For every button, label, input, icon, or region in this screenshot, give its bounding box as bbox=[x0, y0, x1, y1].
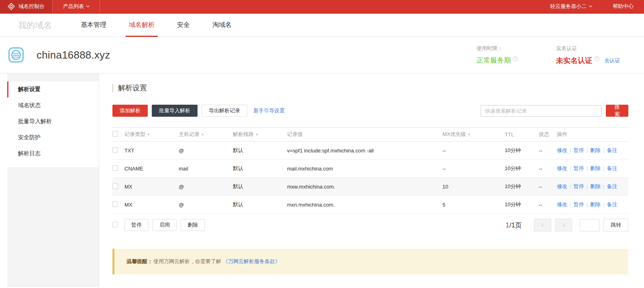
console-brand[interactable]: 域名控制台 bbox=[0, 0, 52, 13]
user-account-menu[interactable]: 轻云服务器小二 bbox=[540, 0, 602, 13]
tab-security[interactable]: 安全 bbox=[177, 14, 190, 37]
search-button[interactable]: 搜索 bbox=[606, 105, 628, 117]
column-header-mx-priority[interactable]: MX优先级▲ bbox=[442, 131, 505, 138]
modify-link[interactable]: 修改 bbox=[557, 201, 567, 207]
chevron-right-icon bbox=[561, 223, 565, 227]
delete-link[interactable]: 删除 bbox=[590, 183, 601, 189]
table-row: MX @ 默认 mxw.mxhichina.com. 10 10分钟 -- 修改… bbox=[112, 178, 628, 196]
row-checkbox[interactable] bbox=[112, 147, 118, 153]
sidebar-item-batch-import[interactable]: 批量导入解析 bbox=[7, 114, 99, 130]
prev-page-button[interactable] bbox=[534, 219, 551, 231]
cell-record-type: MX bbox=[124, 184, 179, 190]
bulk-delete-button[interactable]: 删除 bbox=[181, 219, 205, 231]
export-records-button[interactable]: 导出解析记录 bbox=[202, 105, 247, 117]
help-center-label: 帮助中心 bbox=[613, 3, 634, 10]
remark-link[interactable]: 备注 bbox=[607, 147, 617, 153]
add-record-button[interactable]: 添加解析 bbox=[112, 105, 148, 117]
column-header-actions: 操作 bbox=[557, 131, 628, 138]
usage-period-block: 使用时限： 正常服务期 ? bbox=[477, 45, 518, 65]
action-separator: | bbox=[567, 165, 573, 171]
cell-record-type: CNAME bbox=[124, 166, 179, 172]
toolbar: 添加解析 批量导入解析 导出解析记录 新手引导设置 搜索 bbox=[112, 105, 628, 117]
delete-link[interactable]: 删除 bbox=[590, 147, 601, 153]
cell-ttl: 10分钟 bbox=[505, 201, 539, 208]
cell-status: -- bbox=[539, 184, 557, 190]
sidebar-item-dns-settings[interactable]: 解析设置 bbox=[7, 81, 99, 97]
user-account-label: 轻云服务器小二 bbox=[550, 3, 587, 10]
tab-dns-resolution[interactable]: 域名解析 bbox=[129, 14, 155, 37]
action-separator: | bbox=[584, 201, 590, 207]
main-panel: 解析设置 添加解析 批量导入解析 导出解析记录 新手引导设置 搜索 记录类型▲ … bbox=[99, 73, 644, 287]
nav-tabs-bar: 我的域名 基本管理 域名解析 安全 淘域名 bbox=[0, 14, 644, 37]
cell-host: mail bbox=[179, 166, 233, 172]
action-separator: | bbox=[601, 165, 607, 171]
next-page-button[interactable] bbox=[555, 219, 572, 231]
search-input[interactable] bbox=[481, 105, 602, 117]
page-title: 解析设置 bbox=[112, 84, 628, 92]
row-checkbox[interactable] bbox=[112, 183, 118, 189]
modify-link[interactable]: 修改 bbox=[557, 165, 567, 171]
cell-status: -- bbox=[539, 148, 557, 154]
action-separator: | bbox=[601, 147, 607, 153]
pause-link[interactable]: 暂停 bbox=[573, 147, 584, 153]
row-checkbox[interactable] bbox=[112, 201, 118, 207]
remark-link[interactable]: 备注 bbox=[607, 165, 617, 171]
chevron-left-icon bbox=[541, 223, 545, 227]
usage-help-icon[interactable]: ? bbox=[513, 56, 518, 61]
product-list-menu[interactable]: 产品列表 bbox=[53, 0, 100, 13]
table-header-row: 记录类型▲ 主机记录▲ 解析线路▲ 记录值 MX优先级▲ TTL 状态 操作 bbox=[112, 127, 628, 142]
page-jump-button[interactable]: 跳转 bbox=[603, 219, 628, 231]
remark-link[interactable]: 备注 bbox=[607, 201, 617, 207]
cell-mx-priority: -- bbox=[442, 166, 505, 172]
sidebar-item-dns-logs[interactable]: 解析日志 bbox=[7, 146, 99, 162]
remark-link[interactable]: 备注 bbox=[607, 183, 617, 189]
help-center-link[interactable]: 帮助中心 bbox=[602, 0, 644, 13]
sort-asc-icon: ▲ bbox=[468, 132, 471, 136]
modify-link[interactable]: 修改 bbox=[557, 183, 567, 189]
realname-help-icon[interactable]: ? bbox=[594, 56, 599, 61]
terms-link[interactable]: 《万网云解析服务条款》 bbox=[223, 258, 280, 265]
page-jump-input[interactable] bbox=[580, 219, 599, 231]
column-header-record-type[interactable]: 记录类型▲ bbox=[124, 131, 179, 138]
table-row: CNAME mail 默认 mail.mxhichina.com -- 10分钟… bbox=[112, 160, 628, 178]
column-label: 解析线路 bbox=[233, 131, 254, 137]
cell-value: mxn.mxhichina.com. bbox=[287, 202, 442, 208]
cell-ttl: 10分钟 bbox=[505, 165, 539, 172]
page-section-title: 我的域名 bbox=[18, 14, 52, 37]
cell-line: 默认 bbox=[233, 147, 287, 154]
delete-link[interactable]: 删除 bbox=[590, 165, 601, 171]
sidebar-item-security-protection[interactable]: 安全防护 bbox=[7, 130, 99, 146]
sort-asc-icon: ▲ bbox=[201, 132, 204, 136]
modify-link[interactable]: 修改 bbox=[557, 147, 567, 153]
tab-basic-management[interactable]: 基本管理 bbox=[81, 14, 106, 37]
table-footer: 暂停 启用 删除 1/1页 跳转 bbox=[112, 214, 628, 236]
row-checkbox[interactable] bbox=[112, 165, 118, 171]
sort-asc-icon: ▲ bbox=[255, 132, 259, 136]
go-verify-link[interactable]: 去认证 bbox=[604, 57, 620, 64]
bulk-pause-button[interactable]: 暂停 bbox=[124, 219, 149, 231]
svg-text:www: www bbox=[12, 54, 20, 57]
pause-link[interactable]: 暂停 bbox=[573, 183, 584, 189]
action-separator: | bbox=[584, 147, 590, 153]
bulk-enable-button[interactable]: 启用 bbox=[153, 219, 177, 231]
pause-link[interactable]: 暂停 bbox=[573, 201, 584, 207]
current-page-number: 1 bbox=[505, 221, 509, 229]
sidebar: 解析设置 域名状态 批量导入解析 安全防护 解析日志 bbox=[7, 73, 99, 287]
pause-link[interactable]: 暂停 bbox=[573, 165, 584, 171]
batch-import-button[interactable]: 批量导入解析 bbox=[152, 105, 198, 117]
sidebar-item-domain-status[interactable]: 域名状态 bbox=[7, 97, 99, 114]
beginner-guide-link[interactable]: 新手引导设置 bbox=[253, 107, 285, 114]
tab-domain-market[interactable]: 淘域名 bbox=[212, 14, 232, 37]
topbar-spacer bbox=[100, 0, 540, 13]
cell-status: -- bbox=[539, 202, 557, 208]
delete-link[interactable]: 删除 bbox=[590, 201, 601, 207]
usage-period-label: 使用时限： bbox=[477, 45, 518, 52]
column-header-line[interactable]: 解析线路▲ bbox=[233, 131, 287, 138]
cell-value: mxw.mxhichina.com. bbox=[287, 184, 442, 190]
footer-select-all-checkbox[interactable] bbox=[112, 222, 118, 227]
column-header-host[interactable]: 主机记录▲ bbox=[179, 131, 233, 138]
select-all-checkbox[interactable] bbox=[112, 131, 118, 137]
realname-status-value: 未实名认证 bbox=[556, 56, 592, 65]
column-label: MX优先级 bbox=[442, 131, 466, 137]
usage-period-value: 正常服务期 bbox=[477, 56, 511, 65]
